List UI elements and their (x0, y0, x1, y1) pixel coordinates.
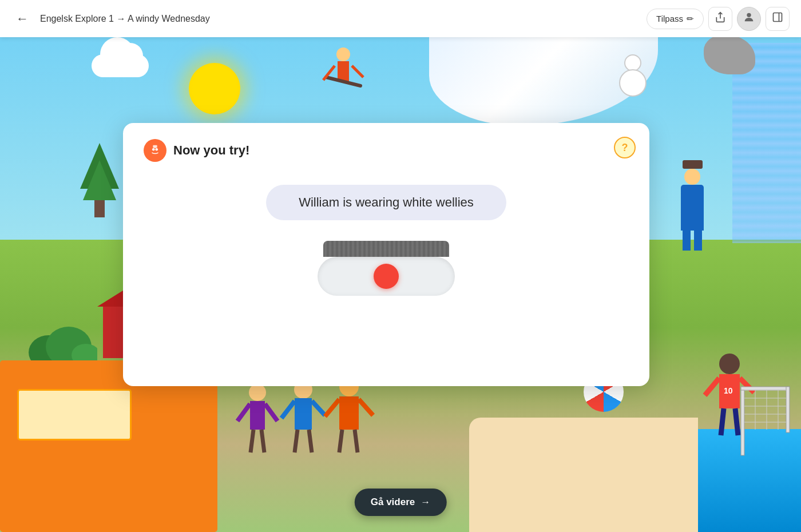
topbar: ← Engelsk Explore 1 → A windy Wednesday … (0, 0, 801, 37)
svg-line-24 (281, 401, 295, 418)
snowman-decoration (619, 54, 647, 97)
soccer-goal-decoration (738, 375, 795, 463)
svg-line-33 (355, 430, 358, 452)
mic-pill[interactable] (318, 257, 455, 296)
svg-line-18 (237, 404, 250, 421)
svg-point-56 (155, 148, 158, 151)
svg-point-16 (249, 384, 266, 401)
svg-line-31 (359, 399, 373, 415)
svg-point-52 (747, 13, 751, 17)
record-button[interactable] (374, 264, 399, 289)
svg-line-21 (261, 430, 264, 452)
svg-rect-23 (295, 398, 312, 430)
ga-videre-label: Gå videre (371, 497, 415, 508)
robot-icon (144, 139, 166, 162)
svg-line-19 (265, 404, 277, 421)
panel-icon (772, 11, 783, 26)
svg-line-25 (312, 401, 325, 415)
svg-rect-17 (250, 401, 265, 430)
panel-toggle-button[interactable] (766, 7, 790, 31)
modal-card: Now you try! ? William is wearing white … (123, 123, 649, 386)
edit-icon: ✏ (687, 14, 694, 24)
svg-rect-12 (338, 61, 349, 81)
svg-rect-53 (774, 13, 782, 22)
arrow-icon: → (421, 497, 430, 508)
tilpass-button[interactable]: Tilpass ✏ (647, 9, 704, 29)
sentence-bubble: William is wearing white wellies (266, 185, 506, 220)
svg-rect-41 (741, 387, 744, 455)
svg-line-39 (721, 408, 724, 435)
sun-decoration (189, 63, 240, 114)
icecream-stand (0, 360, 217, 532)
nav-actions: Tilpass ✏ (647, 7, 790, 31)
back-button[interactable]: ← (11, 8, 33, 30)
sand-area (469, 418, 698, 532)
breadcrumb: Engelsk Explore 1 → A windy Wednesday (40, 14, 640, 24)
svg-rect-43 (786, 387, 790, 432)
back-icon: ← (16, 11, 29, 26)
avatar-button[interactable] (737, 7, 761, 31)
svg-point-11 (336, 47, 350, 61)
avatar-icon (743, 11, 755, 26)
modal-header: Now you try! (144, 139, 629, 162)
svg-rect-42 (741, 387, 790, 390)
bottom-nav: Gå videre → (355, 489, 447, 516)
svg-point-34 (719, 354, 740, 374)
svg-line-26 (295, 430, 298, 452)
svg-line-30 (325, 399, 339, 416)
record-control (144, 241, 629, 296)
share-button[interactable] (708, 7, 732, 31)
help-button[interactable]: ? (614, 137, 636, 158)
svg-rect-29 (339, 396, 359, 430)
svg-line-27 (309, 430, 312, 452)
ga-videre-button[interactable]: Gå videre → (355, 489, 447, 516)
newspaper-man-decoration (675, 160, 709, 235)
share-icon (715, 11, 726, 26)
svg-text:10: 10 (724, 386, 733, 395)
modal-title: Now you try! (173, 143, 249, 158)
help-icon: ? (622, 142, 628, 154)
tilpass-label: Tilpass (656, 14, 683, 23)
snowboarder-decoration (309, 46, 378, 105)
svg-line-32 (339, 430, 342, 452)
svg-line-15 (352, 66, 363, 77)
svg-line-20 (251, 430, 253, 452)
cloud-decoration (92, 54, 149, 77)
mic-track (323, 241, 449, 257)
svg-point-55 (152, 148, 155, 151)
svg-line-37 (705, 378, 719, 395)
